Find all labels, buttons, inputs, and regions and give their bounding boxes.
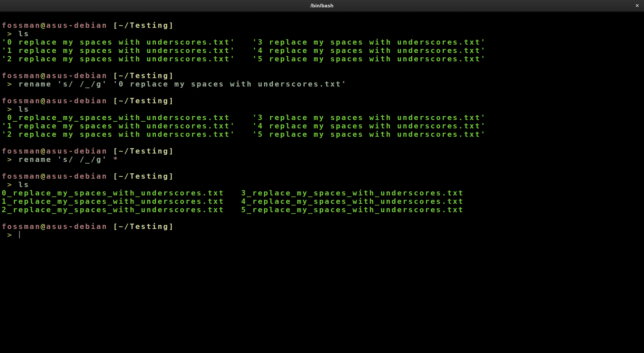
prompt-arrow-icon: >	[2, 105, 18, 113]
prompt-arrow-icon: >	[2, 80, 18, 88]
titlebar[interactable]: /bin/bash ✕	[0, 0, 644, 12]
prompt-line: fossman@asus-debian [~/Testing]	[2, 21, 642, 30]
prompt-cwd: [~/Testing]	[108, 172, 174, 180]
command-block: fossman@asus-debian [~/Testing] > rename…	[2, 71, 642, 88]
text-cursor	[19, 231, 20, 238]
at-sign: @	[41, 222, 46, 231]
prompt-line: fossman@asus-debian [~/Testing]	[2, 147, 642, 155]
command-block: fossman@asus-debian [~/Testing] > ls'0 r…	[2, 21, 642, 63]
command-text: ls	[18, 105, 30, 113]
at-sign: @	[41, 147, 46, 155]
command-line: > rename 's/ /_/g' '0 replace my spaces …	[2, 80, 642, 88]
output-line: 1_replace_my_spaces_with_underscores.txt…	[2, 197, 642, 205]
command-text: rename 's/ /_/g'	[18, 155, 113, 164]
prompt-user: fossman	[2, 71, 41, 80]
prompt-line: fossman@asus-debian [~/Testing]	[2, 172, 642, 180]
prompt-host: asus-debian	[46, 172, 108, 180]
prompt-cwd: [~/Testing]	[108, 222, 174, 231]
prompt-user: fossman	[2, 222, 41, 231]
at-sign: @	[41, 172, 46, 180]
prompt-host: asus-debian	[46, 97, 108, 105]
prompt-host: asus-debian	[46, 71, 108, 80]
prompt-host: asus-debian	[46, 21, 108, 30]
output-line: '2 replace my spaces with underscores.tx…	[2, 130, 642, 138]
command-text: rename 's/ /_/g' '0 replace my spaces wi…	[18, 80, 347, 88]
at-sign: @	[41, 21, 46, 30]
prompt-user: fossman	[2, 21, 41, 30]
command-line: > ls	[2, 180, 642, 189]
prompt-line: fossman@asus-debian [~/Testing]	[2, 71, 642, 80]
command-line: > ls	[2, 30, 642, 38]
command-glob: *	[113, 155, 119, 164]
command-block: fossman@asus-debian [~/Testing] > ls0_re…	[2, 172, 642, 214]
prompt-user: fossman	[2, 97, 41, 105]
prompt-arrow-icon: >	[2, 180, 18, 189]
prompt-cwd: [~/Testing]	[108, 97, 174, 105]
prompt-arrow-icon: >	[2, 231, 18, 239]
output-line: 0_replace_my_spaces_with_underscores.txt…	[2, 189, 642, 197]
prompt-cwd: [~/Testing]	[108, 147, 174, 155]
prompt-cwd: [~/Testing]	[108, 71, 174, 80]
command-block: fossman@asus-debian [~/Testing] >	[2, 222, 642, 239]
output-line: '2 replace my spaces with underscores.tx…	[2, 55, 642, 63]
window-title: /bin/bash	[311, 3, 334, 8]
output-line: '1 replace my spaces with underscores.tx…	[2, 46, 642, 55]
command-block: fossman@asus-debian [~/Testing] > ls 0_r…	[2, 97, 642, 138]
prompt-cwd: [~/Testing]	[108, 21, 174, 30]
at-sign: @	[41, 71, 46, 80]
terminal-screen[interactable]: fossman@asus-debian [~/Testing] > ls'0 r…	[0, 12, 644, 239]
prompt-arrow-icon: >	[2, 155, 18, 164]
output-line: '0 replace my spaces with underscores.tx…	[2, 38, 642, 46]
output-line: 2_replace_my_spaces_with_underscores.txt…	[2, 205, 642, 214]
prompt-host: asus-debian	[46, 222, 108, 231]
output-line: 0_replace_my_spaces_with_underscores.txt…	[2, 113, 642, 122]
prompt-user: fossman	[2, 172, 41, 180]
prompt-user: fossman	[2, 147, 41, 155]
prompt-line: fossman@asus-debian [~/Testing]	[2, 222, 642, 231]
command-text: ls	[18, 30, 30, 38]
command-block: fossman@asus-debian [~/Testing] > rename…	[2, 147, 642, 164]
command-line: > ls	[2, 105, 642, 113]
command-text: ls	[18, 180, 30, 189]
command-line: >	[2, 231, 642, 239]
prompt-host: asus-debian	[46, 147, 108, 155]
close-icon[interactable]: ✕	[635, 0, 639, 11]
prompt-arrow-icon: >	[2, 30, 18, 38]
output-line: '1 replace my spaces with underscores.tx…	[2, 122, 642, 130]
command-line: > rename 's/ /_/g' *	[2, 155, 642, 164]
at-sign: @	[41, 97, 46, 105]
prompt-line: fossman@asus-debian [~/Testing]	[2, 97, 642, 105]
